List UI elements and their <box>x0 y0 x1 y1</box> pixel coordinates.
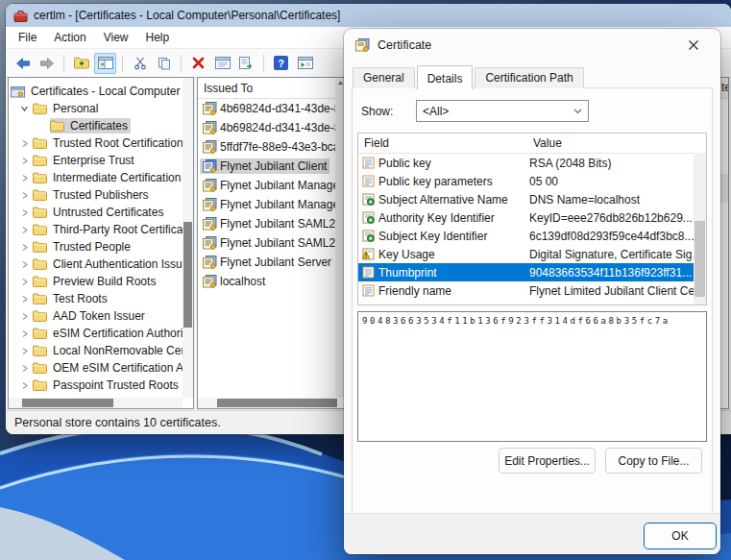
tab-general[interactable]: General <box>353 67 415 88</box>
toolbar-help-button[interactable]: ? <box>270 53 292 74</box>
toolbar-up-one-level-button[interactable] <box>70 53 92 74</box>
folder-icon <box>33 258 50 270</box>
field-value: 6c139df08d293f59ce44df3bc8... <box>527 230 706 243</box>
chevron-collapsed-icon[interactable] <box>16 329 33 338</box>
toolbar-toggle-console-tree-button[interactable] <box>94 53 116 74</box>
table-row[interactable]: Key UsageDigital Signature, Certificate … <box>358 245 706 263</box>
table-row[interactable]: Subject Alternative NameDNS Name=localho… <box>358 190 706 208</box>
toolbar-copy-button[interactable] <box>153 53 175 74</box>
tree-item[interactable]: Local NonRemovable Certi <box>9 342 193 359</box>
list-item[interactable]: Flynet Jubilant SAML2 S <box>198 214 346 233</box>
list-item[interactable]: localhost <box>198 272 346 291</box>
tree-vertical-scrollbar[interactable] <box>183 78 193 398</box>
folder-icon <box>50 120 67 132</box>
list-item[interactable]: Flynet Jubilant Manage <box>198 176 346 195</box>
tree-item[interactable]: Trusted Publishers <box>9 186 193 204</box>
menu-file[interactable]: File <box>10 28 45 47</box>
delete-icon <box>192 57 205 69</box>
chevron-collapsed-icon[interactable] <box>16 157 33 165</box>
tree-item-selection: Untrusted Certificates <box>33 205 166 220</box>
chevron-collapsed-icon[interactable] <box>16 260 33 269</box>
folder-icon <box>33 155 50 166</box>
column-header-issued-to[interactable]: Issued To <box>198 78 346 99</box>
chevron-collapsed-icon[interactable] <box>16 139 33 148</box>
chevron-collapsed-icon[interactable] <box>16 208 33 217</box>
list-item[interactable]: 5ffdf7fe-88e9-43e3-bca <box>198 137 346 157</box>
chevron-collapsed-icon[interactable] <box>16 347 33 355</box>
toolbar-properties-button[interactable] <box>211 53 233 74</box>
chevron-collapsed-icon[interactable] <box>16 174 33 183</box>
window-titlebar[interactable]: certlm - [Certificates - Local Computer\… <box>6 4 731 27</box>
table-row[interactable]: Authority Key IdentifierKeyID=eee276db82… <box>358 208 706 227</box>
table-row[interactable]: Public key parameters05 00 <box>358 172 706 190</box>
chevron-expanded-icon[interactable] <box>16 105 33 112</box>
tree-item-selection: Test Roots <box>33 291 110 306</box>
chevron-collapsed-icon[interactable] <box>16 381 33 390</box>
tree-item-label: eSIM Certification Authorit <box>50 326 189 341</box>
tree-item[interactable]: Personal <box>9 100 193 117</box>
menu-help[interactable]: Help <box>137 28 179 47</box>
toolbar-cut-button[interactable] <box>129 53 151 74</box>
dialog-titlebar[interactable]: Certificate <box>344 29 720 61</box>
copy-to-file-button[interactable]: Copy to File... <box>605 448 702 474</box>
list-horizontal-scrollbar[interactable] <box>198 398 335 408</box>
tree-item[interactable]: Client Authentication Issue <box>9 256 193 273</box>
cert-icon <box>203 102 217 115</box>
toolbar-delete-button[interactable] <box>187 53 209 74</box>
tab-certification-path[interactable]: Certification Path <box>475 67 583 88</box>
toolbar-export-list-button[interactable] <box>235 53 257 74</box>
tree-item[interactable]: Trusted Root Certification . <box>9 134 193 152</box>
chevron-collapsed-icon[interactable] <box>16 278 33 286</box>
ok-button[interactable]: OK <box>644 523 717 549</box>
field-name: Authority Key Identifier <box>378 211 527 225</box>
tree-item-selection: OEM eSIM Certification Au <box>33 360 193 376</box>
tree-item[interactable]: Passpoint Trusted Roots <box>9 377 193 394</box>
tree-item[interactable]: Enterprise Trust <box>9 152 193 169</box>
toolbar-forward-button[interactable] <box>36 53 58 74</box>
field-detail-box[interactable]: 90483663534f11b136f923ff314df66a8b35fc7a <box>357 311 707 442</box>
tree-item[interactable]: AAD Token Issuer <box>9 307 193 325</box>
list-item[interactable]: Flynet Jubilant Client <box>198 157 346 176</box>
tree-item-label: Local NonRemovable Certi <box>50 343 193 358</box>
toolbar-separator <box>63 55 64 72</box>
table-row[interactable]: Public keyRSA (2048 Bits) <box>358 154 706 172</box>
tree-item[interactable]: Preview Build Roots <box>9 273 193 290</box>
chevron-collapsed-icon[interactable] <box>16 243 33 252</box>
tree-horizontal-scrollbar[interactable] <box>9 398 183 408</box>
tree-item[interactable]: Intermediate Certification . <box>9 169 193 186</box>
table-row[interactable]: Thumbprint90483663534f11b136f923ff31... <box>358 263 706 281</box>
edit-properties-button[interactable]: Edit Properties... <box>499 448 596 474</box>
tree-item[interactable]: Test Roots <box>9 290 193 307</box>
list-item[interactable]: 4b69824d-d341-43de-8 <box>198 118 346 137</box>
table-vertical-scrollbar[interactable] <box>694 153 706 304</box>
close-icon[interactable] <box>678 33 709 58</box>
chevron-collapsed-icon[interactable] <box>16 364 33 373</box>
tree-item[interactable]: Trusted People <box>9 238 193 256</box>
menu-action[interactable]: Action <box>45 28 94 47</box>
tree-item-selection: eSIM Certification Authorit <box>33 326 189 341</box>
chevron-collapsed-icon[interactable] <box>16 295 33 304</box>
column-header-field[interactable]: Field <box>358 136 533 150</box>
list-item[interactable]: Flynet Jubilant Manage <box>198 195 346 214</box>
chevron-collapsed-icon[interactable] <box>16 226 33 234</box>
chevron-collapsed-icon[interactable] <box>16 312 33 321</box>
table-row[interactable]: Friendly nameFlynet Limited Jubilant Cli… <box>358 281 706 300</box>
menu-view[interactable]: View <box>95 28 137 47</box>
tree-item[interactable]: eSIM Certification Authorit <box>9 325 193 342</box>
toolbar-new-window-button[interactable] <box>294 53 316 74</box>
toolbar-back-button[interactable] <box>12 53 34 74</box>
tree-item[interactable]: Untrusted Certificates <box>9 204 193 221</box>
chevron-collapsed-icon[interactable] <box>16 191 33 200</box>
table-row[interactable]: Subject Key Identifier6c139df08d293f59ce… <box>358 227 706 245</box>
list-item[interactable]: 4b69824d-d341-43de-8 <box>198 99 346 118</box>
tree-item[interactable]: OEM eSIM Certification Au <box>9 359 193 377</box>
cert-icon <box>203 256 217 269</box>
tree-item[interactable]: Third-Party Root Certificat <box>9 221 193 238</box>
tree-item[interactable]: Certificates - Local Computer <box>9 83 193 100</box>
tab-details[interactable]: Details <box>417 65 474 89</box>
show-dropdown[interactable]: <All> <box>416 100 589 122</box>
tree-item[interactable]: Certificates <box>9 117 193 134</box>
column-header-value[interactable]: Value <box>533 136 706 150</box>
list-item[interactable]: Flynet Jubilant Server S <box>198 253 346 272</box>
list-item[interactable]: Flynet Jubilant SAML2 S <box>198 233 346 253</box>
